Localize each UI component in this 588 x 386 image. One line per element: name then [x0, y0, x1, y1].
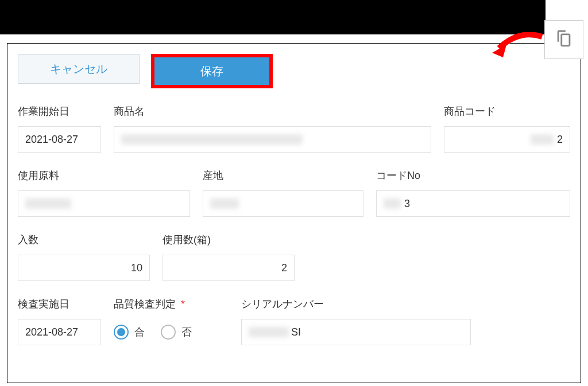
label-product-name: 商品名 [114, 104, 431, 118]
field-product-name: 商品名 [114, 104, 431, 153]
cancel-button[interactable]: キャンセル [18, 54, 140, 84]
form-row-2: 使用原料 産地 コードNo 3 [18, 169, 570, 217]
field-work-start-date: 作業開始日 2021-08-27 [18, 104, 101, 153]
label-ingredient: 使用原料 [18, 169, 190, 182]
input-product-code[interactable]: 2 [444, 126, 570, 153]
field-ingredient: 使用原料 [18, 169, 190, 217]
document-icon [554, 29, 574, 50]
form-row-3: 入数 10 使用数(箱) 2 [18, 233, 570, 281]
radio-group-quality: 合 否 [114, 319, 229, 345]
field-inspection-date: 検査実施日 2021-08-27 [18, 297, 101, 345]
radio-pass[interactable]: 合 [114, 325, 145, 340]
label-product-code: 商品コード [444, 104, 570, 118]
input-work-start-date[interactable]: 2021-08-27 [18, 126, 101, 153]
field-quality-judgment: 品質検査判定 * 合 否 [114, 297, 229, 345]
value-product-code: 2 [557, 134, 563, 146]
radio-pass-dot [117, 328, 125, 336]
input-code-no[interactable]: 3 [376, 190, 570, 217]
field-origin: 産地 [203, 169, 363, 217]
field-usage-count: 使用数(箱) 2 [163, 233, 295, 281]
form-row-4: 検査実施日 2021-08-27 品質検査判定 * 合 否 [18, 297, 570, 345]
required-marker: * [181, 298, 185, 310]
input-serial-number[interactable]: SI [241, 319, 471, 345]
radio-fail-label: 否 [181, 325, 192, 339]
input-ingredient[interactable] [18, 190, 190, 217]
value-code-no: 3 [404, 198, 410, 210]
label-inspection-date: 検査実施日 [18, 297, 101, 311]
input-quantity-per[interactable]: 10 [18, 255, 150, 281]
label-origin: 産地 [203, 169, 363, 182]
input-origin[interactable] [203, 190, 363, 217]
input-product-name[interactable] [114, 126, 431, 153]
redacted-content [384, 198, 401, 209]
redacted-content [531, 134, 554, 145]
save-button-highlight: 保存 [151, 54, 273, 88]
label-quality-judgment-text: 品質検査判定 [114, 298, 176, 310]
document-icon-button[interactable] [544, 20, 583, 59]
radio-pass-circle [114, 325, 129, 340]
label-quantity-per: 入数 [18, 233, 150, 247]
input-usage-count[interactable]: 2 [163, 255, 295, 281]
form-row-1: 作業開始日 2021-08-27 商品名 商品コード 2 [18, 104, 570, 153]
radio-fail-circle [161, 325, 176, 340]
redacted-content [25, 198, 71, 209]
field-serial-number: シリアルナンバー SI [241, 297, 471, 345]
radio-fail[interactable]: 否 [161, 325, 192, 340]
save-button[interactable]: 保存 [154, 57, 269, 85]
form-panel: キャンセル 保存 作業開始日 2021-08-27 商品名 商品コード 2 [7, 43, 581, 383]
label-code-no: コードNo [376, 169, 570, 182]
value-serial-number: SI [291, 326, 301, 338]
annotation-arrow-icon [490, 32, 548, 61]
top-black-bar [0, 0, 546, 34]
redacted-content [121, 134, 303, 145]
input-inspection-date[interactable]: 2021-08-27 [18, 319, 101, 345]
redacted-content [249, 327, 289, 337]
label-work-start-date: 作業開始日 [18, 104, 101, 118]
radio-pass-label: 合 [134, 325, 145, 339]
form-area: 作業開始日 2021-08-27 商品名 商品コード 2 使用原料 [7, 99, 581, 345]
field-product-code: 商品コード 2 [444, 104, 570, 153]
redacted-content [210, 198, 239, 209]
label-quality-judgment: 品質検査判定 * [114, 297, 229, 311]
field-quantity-per: 入数 10 [18, 233, 150, 281]
label-serial-number: シリアルナンバー [241, 297, 471, 311]
field-code-no: コードNo 3 [376, 169, 570, 217]
label-usage-count: 使用数(箱) [163, 233, 295, 247]
